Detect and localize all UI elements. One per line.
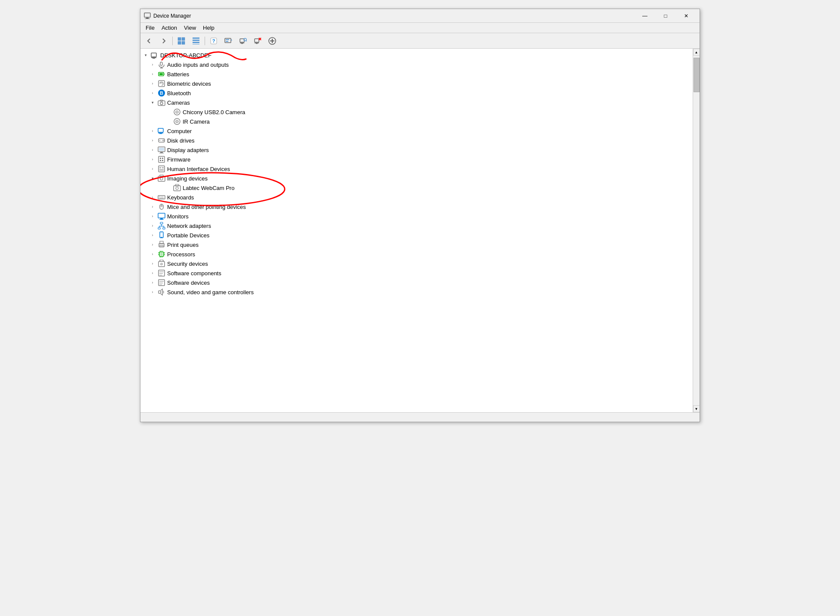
tree-item-hid[interactable]: › Human Interface Devices — [140, 164, 693, 174]
tree-item-batteries[interactable]: › Batteries — [140, 69, 693, 79]
view-connection-button[interactable] — [189, 35, 203, 47]
svg-rect-52 — [158, 133, 163, 134]
svg-point-72 — [160, 177, 163, 180]
svg-rect-88 — [160, 222, 163, 224]
svg-point-47 — [177, 112, 177, 112]
svg-rect-66 — [159, 166, 165, 172]
view-type-button[interactable] — [174, 35, 188, 47]
software-comp-icon — [158, 269, 165, 277]
tree-item-portable[interactable]: › Portable Devices — [140, 230, 693, 240]
tree-item-monitors[interactable]: › Monitors — [140, 212, 693, 221]
software-dev-label: Software devices — [167, 280, 210, 286]
tree-item-network[interactable]: › Network adapters — [140, 221, 693, 230]
svg-rect-59 — [159, 153, 164, 153]
svg-rect-24 — [256, 43, 258, 44]
svg-rect-0 — [144, 13, 150, 17]
svg-rect-3 — [178, 37, 181, 40]
mice-label: Mice and other pointing devices — [167, 204, 246, 210]
tree-item-software-comp[interactable]: › Software components — [140, 268, 693, 278]
svg-rect-69 — [159, 169, 164, 171]
svg-point-113 — [161, 263, 162, 265]
svg-rect-119 — [159, 281, 164, 282]
tree-item-chicony[interactable]: Chicony USB2.0 Camera — [140, 107, 693, 117]
svg-rect-101 — [160, 246, 163, 247]
svg-text:B: B — [160, 90, 163, 96]
tree-item-biometric[interactable]: › Biometric devices — [140, 79, 693, 88]
menu-file[interactable]: File — [142, 24, 158, 32]
network-icon — [158, 222, 165, 230]
svg-rect-15 — [226, 39, 229, 40]
processors-label: Processors — [167, 251, 195, 258]
labtec-label: Labtec WebCam Pro — [183, 185, 234, 191]
properties-button[interactable]: ? — [207, 35, 221, 47]
menu-action[interactable]: Action — [158, 24, 180, 32]
tree-item-sound[interactable]: › Sound, video and game controllers — [140, 287, 693, 297]
svg-rect-32 — [152, 58, 155, 59]
portable-label: Portable Devices — [167, 232, 209, 239]
svg-rect-120 — [159, 283, 163, 283]
ircamera-expand-icon — [165, 118, 171, 125]
tree-item-bluetooth[interactable]: › B Bluetooth — [140, 88, 693, 98]
main-content: ▾ DESKTOP-ABCDEF — [140, 49, 700, 412]
keyboards-icon — [158, 193, 165, 201]
scan-button[interactable] — [236, 35, 250, 47]
svg-rect-8 — [193, 40, 199, 41]
cameras-icon — [158, 99, 165, 106]
title-bar: Device Manager — □ ✕ — [140, 9, 700, 23]
uninstall-button[interactable] — [251, 35, 264, 47]
tree-item-ircamera[interactable]: IR Camera — [140, 117, 693, 126]
svg-rect-117 — [159, 275, 162, 276]
svg-rect-22 — [255, 39, 259, 42]
add-legacy-button[interactable] — [265, 35, 279, 47]
svg-rect-51 — [158, 128, 163, 132]
menu-help[interactable]: Help — [199, 24, 218, 32]
bluetooth-icon: B — [158, 89, 165, 97]
tree-item-print[interactable]: › Print queues — [140, 240, 693, 249]
tree-item-computer[interactable]: › Computer — [140, 126, 693, 136]
svg-rect-53 — [159, 134, 162, 134]
bluetooth-expand-icon: › — [149, 90, 156, 96]
window-controls: — □ ✕ — [635, 9, 696, 23]
svg-rect-81 — [159, 198, 164, 199]
forward-button[interactable] — [157, 35, 171, 47]
imaging-expand-icon: ▾ — [149, 175, 156, 182]
update-driver-button[interactable] — [221, 35, 235, 47]
scroll-up-button[interactable]: ▲ — [693, 49, 700, 56]
root-expand-icon: ▾ — [142, 52, 149, 59]
svg-rect-33 — [160, 62, 162, 65]
maximize-button[interactable]: □ — [656, 9, 675, 23]
print-icon — [158, 241, 165, 249]
minimize-button[interactable]: — — [635, 9, 655, 23]
tree-item-disk[interactable]: › Disk drives — [140, 136, 693, 145]
root-item[interactable]: ▾ DESKTOP-ABCDEF — [140, 50, 693, 60]
tree-item-keyboards[interactable]: › Keyboards — [140, 193, 693, 202]
scroll-track[interactable] — [693, 56, 700, 405]
tree-item-imaging[interactable]: ▾ Imaging devices — [140, 174, 693, 183]
scroll-thumb[interactable] — [694, 58, 700, 92]
svg-rect-58 — [160, 152, 163, 153]
toolbar-separator-2 — [205, 37, 205, 45]
tree-item-cameras[interactable]: ▾ Cameras — [140, 98, 693, 107]
tree-item-firmware[interactable]: › Firmware — [140, 155, 693, 164]
tree-item-processors[interactable]: › — [140, 249, 693, 259]
scrollbar[interactable]: ▲ ▼ — [693, 49, 700, 412]
menu-view[interactable]: View — [180, 24, 199, 32]
svg-rect-121 — [159, 284, 162, 285]
hid-label: Human Interface Devices — [167, 166, 230, 172]
tree-view[interactable]: ▾ DESKTOP-ABCDEF — [140, 49, 693, 412]
scroll-down-button[interactable]: ▼ — [693, 405, 700, 412]
tree-item-audio[interactable]: › Audio inputs and outputs — [140, 60, 693, 69]
tree-item-labtec[interactable]: Labtec WebCam Pro — [140, 183, 693, 193]
monitors-icon — [158, 212, 165, 220]
tree-item-software-dev[interactable]: › Software devices — [140, 278, 693, 287]
svg-rect-2 — [145, 19, 150, 19]
tree-item-display[interactable]: › Display adapters — [140, 145, 693, 155]
back-button[interactable] — [142, 35, 156, 47]
labtec-expand-icon — [165, 184, 171, 191]
close-button[interactable]: ✕ — [676, 9, 696, 23]
tree-item-mice[interactable]: › Mice and other pointing devices — [140, 202, 693, 212]
disk-icon — [158, 137, 165, 144]
svg-rect-73 — [174, 186, 180, 191]
svg-rect-6 — [182, 41, 185, 44]
tree-item-security[interactable]: › Security devices — [140, 259, 693, 268]
